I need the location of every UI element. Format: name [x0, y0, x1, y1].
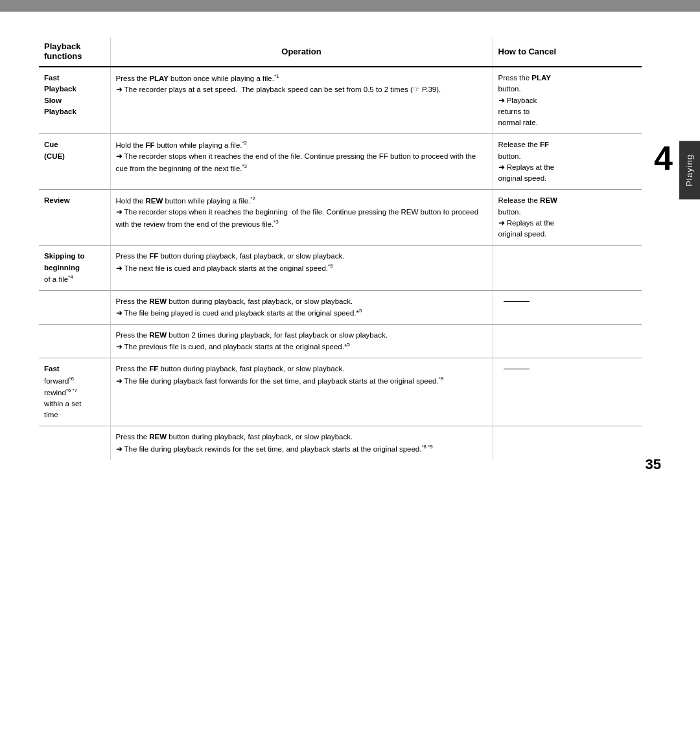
- func-cell: Fast forward*6 rewind*6 *7 within a set …: [39, 358, 110, 426]
- header-cancel: How to Cancel: [493, 38, 642, 67]
- chapter-number: 4: [654, 141, 673, 175]
- cancel-cell: [493, 426, 642, 460]
- cancel-cell: Release the FFbutton. ➜ Replays at the o…: [493, 134, 642, 190]
- cancel-cell: [493, 246, 642, 291]
- func-cell: [39, 426, 110, 460]
- table-row: Fast forward*6 rewind*6 *7 within a set …: [39, 358, 642, 426]
- op-cell: Press the FF button during playback, fas…: [110, 358, 493, 426]
- op-cell: Press the FF button during playback, fas…: [110, 246, 493, 291]
- func-cell: Review: [39, 190, 110, 246]
- table-row: Press the REW button during playback, fa…: [39, 426, 642, 460]
- op-cell: Hold the REW button while playing a file…: [110, 190, 493, 246]
- table-row: FastPlaybackSlowPlayback Press the PLAY …: [39, 67, 642, 134]
- func-cell: [39, 290, 110, 324]
- table-row: Review Hold the REW button while playing…: [39, 190, 642, 246]
- header-functions: Playbackfunctions: [39, 38, 110, 67]
- page-number: 35: [646, 456, 661, 473]
- cancel-cell: Press the PLAYbutton. ➜ Playback returns…: [493, 67, 642, 134]
- table-row: Skipping tobeginningof a file*4 Press th…: [39, 246, 642, 291]
- func-cell: Skipping tobeginningof a file*4: [39, 246, 110, 291]
- table-row: Cue(CUE) Hold the FF button while playin…: [39, 134, 642, 190]
- func-cell: FastPlaybackSlowPlayback: [39, 67, 110, 134]
- op-cell: Press the PLAY button once while playing…: [110, 67, 493, 134]
- table-row: Press the REW button 2 times during play…: [39, 325, 642, 358]
- op-cell: Press the REW button during playback, fa…: [110, 290, 493, 324]
- cancel-cell: [493, 290, 642, 324]
- op-cell: Press the REW button during playback, fa…: [110, 426, 493, 460]
- chapter-label: Playing: [684, 154, 694, 187]
- page-container: Playing 4 Playbackfunctions Operation Ho…: [0, 12, 700, 499]
- op-cell: Hold the FF button while playing a file.…: [110, 134, 493, 190]
- main-table: Playbackfunctions Operation How to Cance…: [39, 38, 642, 460]
- table-row: Press the REW button during playback, fa…: [39, 290, 642, 324]
- func-cell: Cue(CUE): [39, 134, 110, 190]
- cancel-cell: [493, 358, 642, 426]
- top-bar: [0, 0, 700, 12]
- header-operation: Operation: [110, 38, 493, 67]
- func-cell: [39, 325, 110, 358]
- op-cell: Press the REW button 2 times during play…: [110, 325, 493, 358]
- cancel-cell: Release the REWbutton. ➜ Replays at the …: [493, 190, 642, 246]
- chapter-tab: Playing: [679, 141, 700, 200]
- cancel-cell: [493, 325, 642, 358]
